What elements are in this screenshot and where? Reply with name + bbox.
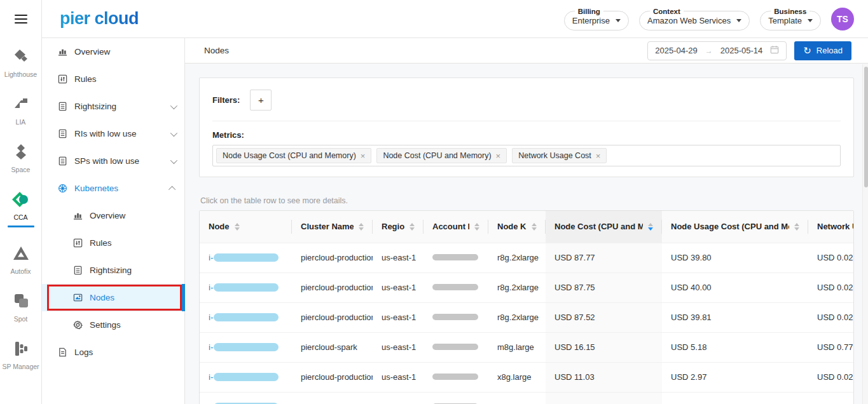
region-cell: us-east-1 (373, 362, 424, 392)
cluster-name-cell: piercloud-data (292, 392, 373, 404)
column-header-network-usage-cost[interactable]: Network Usage Cost (808, 211, 853, 243)
node-cost-cell: USD 11.03 (546, 362, 662, 392)
redacted-node-id (214, 373, 279, 381)
cluster-name-cell: piercloud-production (292, 362, 373, 392)
vertical-scrollbar-thumb[interactable] (864, 67, 868, 187)
calendar-icon (770, 45, 779, 57)
sidebar-item-ris-with-low-use[interactable]: RIs with low use (42, 120, 184, 147)
sidebar-item-rules[interactable]: Rules (42, 65, 184, 93)
column-header-cluster-name[interactable]: Cluster Name (292, 211, 373, 243)
rail-item-lighthouse[interactable]: Lighthouse (0, 38, 41, 86)
billing-dropdown[interactable]: Billing Enterprise (564, 8, 629, 30)
sidebar-item-k8s-rightsizing[interactable]: Rightsizing (42, 257, 184, 284)
sort-icon (474, 223, 479, 231)
document-icon (57, 129, 67, 139)
table-row[interactable]: i- piercloud-production us-east-1 r8g.2x… (200, 273, 853, 302)
column-header-node-kind[interactable]: Node Kind (488, 211, 546, 243)
space-icon (13, 142, 29, 162)
sort-descend-icon (648, 223, 653, 231)
sidebar-item-overview[interactable]: Overview (42, 38, 184, 65)
user-avatar[interactable]: TS (831, 8, 854, 30)
sidebar-item-k8s-overview[interactable]: Overview (42, 202, 184, 229)
rail-item-label: Space (11, 166, 31, 173)
sidebar-item-sps-with-low-use[interactable]: SPs with low use (42, 147, 184, 175)
sidebar-item-rightsizing[interactable]: Rightsizing (42, 93, 184, 120)
sidebar-item-k8s-settings[interactable]: Settings (42, 311, 184, 339)
chevron-down-icon (170, 129, 177, 136)
business-dropdown-value: Template (768, 16, 802, 25)
date-end-input[interactable]: 2025-05-14 (720, 46, 763, 55)
sidebar-item-kubernetes[interactable]: Kubernetes (42, 175, 184, 202)
reload-button[interactable]: ↻ Reload (794, 41, 851, 60)
lia-icon (12, 94, 30, 114)
column-header-account-id[interactable]: Account ID (424, 211, 488, 243)
chevron-down-icon (616, 19, 621, 22)
add-filter-button[interactable]: + (250, 90, 272, 111)
sort-icon (359, 223, 364, 231)
app-window: Lighthouse LIA Space CCA Autofix (0, 0, 868, 404)
rail-item-lia[interactable]: LIA (0, 86, 41, 133)
chevron-down-icon (170, 102, 177, 109)
metric-tag[interactable]: Node Cost (CPU and Memory) × (376, 148, 507, 163)
hamburger-menu-button[interactable] (0, 0, 41, 38)
chevron-down-icon (736, 19, 741, 22)
usage-cost-cell: USD 39.80 (662, 243, 808, 273)
sidebar-item-k8s-rules[interactable]: Rules (42, 229, 184, 257)
table-row[interactable]: i- piercloud-spark us-east-1 m8g.large U… (200, 332, 853, 362)
context-dropdown[interactable]: Context Amazon Web Services (639, 8, 750, 30)
top-bar: pier cloud Billing Enterprise Context Am… (42, 0, 868, 38)
chevron-down-icon (170, 156, 177, 163)
rail-item-spot[interactable]: Spot (0, 283, 41, 330)
rail-item-autofix[interactable]: Autofix (0, 235, 41, 283)
context-dropdown-value: Amazon Web Services (647, 16, 731, 25)
node-cost-cell: USD 16.15 (546, 332, 662, 362)
cca-icon (11, 189, 31, 210)
close-icon[interactable]: × (496, 152, 501, 160)
table-hint-text: Click on the table row to see more detai… (200, 196, 854, 205)
content-header: Nodes 2025-04-29 → 2025-05-14 ↻ Reload (185, 38, 868, 64)
rail-item-sp-manager[interactable]: SP Manager (0, 330, 41, 378)
table-row[interactable]: i- piercloud-data us-east-1 c5a.large US… (200, 392, 853, 404)
redacted-account-id (432, 284, 478, 290)
table-row[interactable]: i- piercloud-production us-east-1 r8g.2x… (200, 302, 853, 332)
cluster-name-cell: piercloud-spark (292, 332, 373, 362)
usage-cost-cell: USD 5.18 (662, 332, 808, 362)
rail-item-cca[interactable]: CCA (0, 181, 41, 235)
close-icon[interactable]: × (361, 152, 366, 160)
sidebar-nav: Overview Rules Rightsizing RIs with low … (42, 38, 185, 404)
column-header-region[interactable]: Region (373, 211, 424, 243)
network-cost-cell: USD 0.03 (808, 392, 853, 404)
metric-tag[interactable]: Network Usage Cost × (512, 148, 607, 163)
sidebar-item-k8s-nodes[interactable]: Nodes (42, 284, 184, 311)
lighthouse-icon (12, 46, 30, 67)
column-header-node-cost[interactable]: Node Cost (CPU and Memory) (546, 211, 662, 243)
close-icon[interactable]: × (596, 152, 601, 160)
sort-icon (410, 223, 415, 231)
region-cell: us-east-1 (373, 302, 424, 332)
sort-icon (235, 223, 240, 231)
metrics-select-box[interactable]: Node Usage Cost (CPU and Memory) × Node … (212, 145, 841, 166)
redacted-account-id (432, 344, 478, 350)
rail-item-label: LIA (16, 118, 26, 126)
business-dropdown[interactable]: Business Template (760, 8, 821, 30)
metric-tag[interactable]: Node Usage Cost (CPU and Memory) × (216, 148, 371, 163)
nodes-icon (72, 293, 83, 303)
sidebar-item-logs[interactable]: Logs (42, 339, 184, 366)
date-range-picker[interactable]: 2025-04-29 → 2025-05-14 (647, 41, 787, 60)
gear-icon (72, 320, 83, 330)
table-row[interactable]: i- piercloud-production us-east-1 r8g.2x… (200, 243, 853, 273)
date-start-input[interactable]: 2025-04-29 (655, 46, 698, 55)
region-cell: us-east-1 (373, 243, 424, 273)
arrow-right-icon: → (705, 46, 713, 55)
table-row[interactable]: i- piercloud-production us-east-1 x8g.la… (200, 362, 853, 392)
node-kind-cell: x8g.large (488, 362, 546, 392)
rail-item-space[interactable]: Space (0, 133, 41, 181)
column-header-node[interactable]: Node (200, 211, 292, 243)
vertical-scrollbar-track[interactable] (862, 64, 868, 404)
metrics-label: Metrics: (212, 130, 841, 140)
sort-icon (532, 223, 537, 231)
redacted-account-id (432, 254, 478, 260)
main-content: Nodes 2025-04-29 → 2025-05-14 ↻ Reload (185, 38, 868, 404)
column-header-node-usage-cost[interactable]: Node Usage Cost (CPU and Memory) (662, 211, 808, 243)
hamburger-icon (15, 12, 27, 26)
